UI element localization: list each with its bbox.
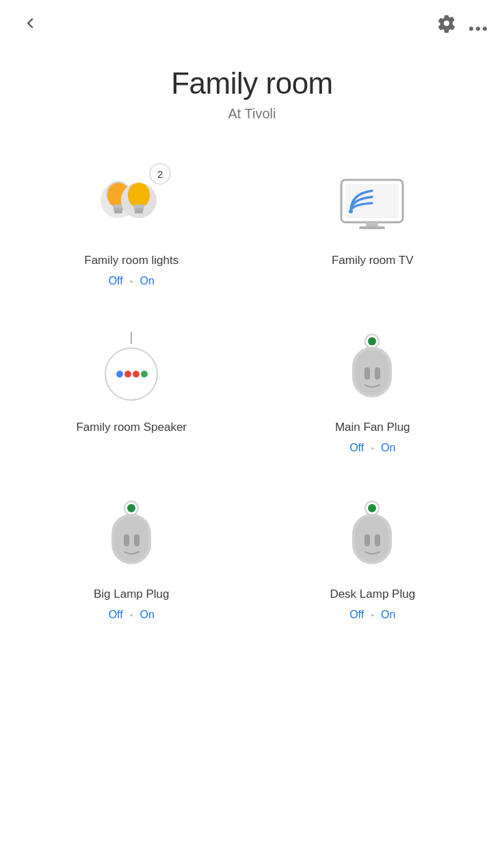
device-name: Family room Speaker xyxy=(76,420,187,435)
svg-rect-7 xyxy=(114,211,122,213)
device-card-desk-lamp-plug[interactable]: Desk Lamp Plug Off ● On xyxy=(252,476,494,643)
device-status: Off ● On xyxy=(109,275,155,287)
status-off-label[interactable]: Off xyxy=(109,609,123,621)
device-badge: 2 xyxy=(149,163,171,185)
status-separator: ● xyxy=(130,278,133,285)
svg-point-14 xyxy=(349,209,353,213)
svg-point-2 xyxy=(483,27,487,31)
device-card-big-lamp-plug[interactable]: Big Lamp Plug Off ● On xyxy=(11,476,252,643)
svg-rect-39 xyxy=(364,534,370,546)
back-button[interactable] xyxy=(16,12,44,39)
svg-rect-40 xyxy=(375,534,380,546)
status-separator: ● xyxy=(371,445,374,451)
tv-icon xyxy=(333,165,412,240)
device-name: Main Fan Plug xyxy=(335,420,410,435)
plug-icon-big-lamp xyxy=(99,499,164,574)
plug-icon-desk-lamp xyxy=(340,499,405,574)
device-icon-wrapper xyxy=(332,495,414,577)
svg-rect-33 xyxy=(124,534,129,546)
device-card-family-room-tv[interactable]: Family room TV xyxy=(252,142,494,309)
device-icon-wrapper xyxy=(332,161,414,243)
speaker-icon xyxy=(97,332,165,407)
svg-point-36 xyxy=(368,504,376,512)
page-header: Family room At Tivoli xyxy=(0,66,504,122)
gear-icon[interactable] xyxy=(437,14,456,38)
device-icon-wrapper xyxy=(90,495,172,577)
svg-point-19 xyxy=(116,371,123,378)
status-on-label[interactable]: On xyxy=(381,442,395,454)
status-on-label[interactable]: On xyxy=(140,609,155,621)
device-status: Off ● On xyxy=(349,442,395,454)
device-card-main-fan-plug[interactable]: Main Fan Plug Off ● On xyxy=(252,309,494,476)
device-status: Off ● On xyxy=(349,609,395,621)
svg-rect-10 xyxy=(134,208,144,211)
device-name: Family room TV xyxy=(332,253,414,268)
device-card-family-room-lights[interactable]: 2 Family room lights Off ● On xyxy=(11,142,252,309)
svg-rect-6 xyxy=(114,208,123,211)
device-name: Desk Lamp Plug xyxy=(330,587,415,602)
page-title: Family room xyxy=(0,66,504,101)
svg-point-24 xyxy=(368,337,376,345)
svg-rect-16 xyxy=(359,226,385,229)
top-bar xyxy=(0,0,504,39)
device-icon-wrapper xyxy=(90,328,172,410)
status-off-label[interactable]: Off xyxy=(109,275,123,287)
svg-rect-34 xyxy=(134,534,140,546)
svg-point-30 xyxy=(127,504,135,512)
svg-rect-27 xyxy=(364,367,370,380)
more-options-icon[interactable] xyxy=(468,15,488,36)
svg-rect-32 xyxy=(114,516,148,561)
device-name: Big Lamp Plug xyxy=(94,587,170,602)
svg-point-20 xyxy=(124,371,131,378)
svg-rect-26 xyxy=(355,349,389,395)
device-icon-wrapper: 2 xyxy=(90,161,172,243)
svg-point-0 xyxy=(469,27,473,31)
plug-icon-main-fan xyxy=(340,332,405,407)
device-status: Off ● On xyxy=(109,609,155,621)
svg-rect-15 xyxy=(366,222,378,226)
status-separator: ● xyxy=(130,612,133,618)
status-separator: ● xyxy=(371,612,374,618)
status-on-label[interactable]: On xyxy=(140,275,155,287)
device-grid: 2 Family room lights Off ● On xyxy=(0,142,504,643)
svg-rect-11 xyxy=(135,211,143,213)
top-icons xyxy=(437,14,488,38)
device-icon-wrapper xyxy=(332,328,414,410)
svg-rect-28 xyxy=(375,367,380,380)
status-off-label[interactable]: Off xyxy=(349,609,364,621)
svg-point-1 xyxy=(476,27,480,31)
status-on-label[interactable]: On xyxy=(381,609,395,621)
device-card-family-room-speaker[interactable]: Family room Speaker xyxy=(11,309,252,476)
svg-rect-38 xyxy=(355,516,389,561)
svg-point-22 xyxy=(141,371,148,378)
device-name: Family room lights xyxy=(84,253,178,268)
svg-point-21 xyxy=(133,371,140,378)
status-off-label[interactable]: Off xyxy=(349,442,364,454)
page-subtitle: At Tivoli xyxy=(0,106,504,122)
svg-rect-9 xyxy=(133,204,144,208)
